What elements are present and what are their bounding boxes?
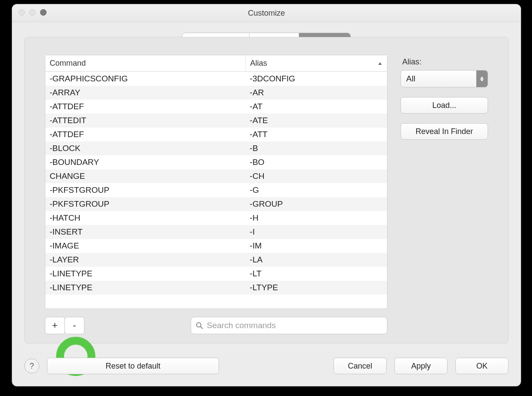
cell-alias: -H (246, 211, 387, 225)
add-alias-button[interactable]: + (45, 317, 65, 334)
table-row[interactable]: -ARRAY-AR (45, 86, 387, 100)
alias-filter-select[interactable]: All (401, 70, 488, 87)
cell-alias: -3DCONFIG (246, 72, 387, 86)
reveal-button[interactable]: Reveal In Finder (401, 123, 488, 140)
table-header: Command Alias (45, 55, 387, 72)
cell-command: -GRAPHICSCONFIG (45, 72, 246, 86)
cell-command: -BOUNDARY (45, 155, 246, 169)
customize-window: Customize Commands Menus Aliases Command (12, 4, 521, 386)
cell-alias: -GROUP (246, 197, 387, 211)
cell-command: -ATTDEF (45, 128, 246, 141)
cell-command: -PKFSTGROUP (45, 197, 246, 211)
cell-command: -INSERT (45, 225, 246, 239)
table-row[interactable]: -ATTDEF-AT (45, 100, 387, 114)
column-header-alias-label: Alias (250, 59, 267, 68)
table-row[interactable]: -BOUNDARY-BO (45, 155, 387, 169)
alias-table: Command Alias -GRAPHICSCONFIG-3DCONFIG-A… (45, 55, 387, 309)
cell-alias: -LT (246, 267, 387, 281)
table-row[interactable]: -PKFSTGROUP-G (45, 183, 387, 197)
cell-command: CHANGE (45, 169, 246, 183)
select-stepper-icon (476, 70, 488, 87)
cell-alias: -I (246, 225, 387, 239)
remove-alias-button[interactable]: - (64, 317, 84, 334)
window-close-button[interactable] (18, 9, 25, 16)
footer: ? Reset to default Cancel Apply OK (24, 356, 508, 376)
table-row[interactable]: -HATCH-H (45, 211, 387, 225)
table-row[interactable]: -ATTEDIT-ATE (45, 114, 387, 128)
table-tools: + - (45, 317, 387, 334)
column-header-alias[interactable]: Alias (246, 55, 387, 71)
ok-button[interactable]: OK (455, 358, 508, 374)
help-button[interactable]: ? (24, 359, 39, 373)
reset-to-default-button[interactable]: Reset to default (47, 358, 219, 374)
cell-command: -PKFSTGROUP (45, 183, 246, 197)
apply-button[interactable]: Apply (394, 358, 448, 374)
cell-alias: -IM (246, 239, 387, 253)
cell-alias: -AT (246, 100, 387, 114)
table-row[interactable]: -PKFSTGROUP-GROUP (45, 197, 387, 211)
table-row[interactable]: -IMAGE-IM (45, 239, 387, 253)
titlebar: Customize (12, 4, 521, 22)
cell-alias: -ATE (246, 114, 387, 128)
table-row[interactable]: CHANGE-CH (45, 169, 387, 183)
alias-filter-value: All (406, 74, 415, 84)
cell-command: -HATCH (45, 211, 246, 225)
cell-alias: -G (246, 183, 387, 197)
content-pane: Command Alias -GRAPHICSCONFIG-3DCONFIG-A… (24, 37, 508, 343)
cell-command: -BLOCK (45, 141, 246, 155)
cell-command: -LINETYPE (45, 281, 246, 295)
search-input[interactable] (206, 320, 383, 331)
cell-alias: -CH (246, 169, 387, 183)
table-row[interactable]: -BLOCK-B (45, 141, 387, 155)
table-row[interactable]: -INSERT-I (45, 225, 387, 239)
window-title: Customize (248, 9, 285, 18)
add-remove-group: + - (45, 317, 84, 334)
search-icon (195, 322, 203, 329)
cell-command: -IMAGE (45, 239, 246, 253)
cell-command: -ARRAY (45, 86, 246, 100)
alias-filter-label: Alias: (402, 57, 488, 67)
cell-alias: -AR (246, 86, 387, 100)
table-row[interactable]: -LAYER-LA (45, 253, 387, 267)
cell-alias: -BO (246, 155, 387, 169)
load-button[interactable]: Load... (401, 97, 488, 114)
sort-asc-icon (377, 60, 383, 67)
side-panel: Alias: All Load... Reveal In Finder (395, 37, 508, 343)
cell-command: -ATTDEF (45, 100, 246, 114)
cell-alias: -B (246, 141, 387, 155)
table-row[interactable]: -LINETYPE-LTYPE (45, 281, 387, 295)
cell-alias: -LTYPE (246, 281, 387, 295)
cancel-button[interactable]: Cancel (333, 358, 387, 374)
window-controls (18, 9, 47, 16)
cell-alias: -ATT (246, 128, 387, 141)
search-commands-field[interactable] (191, 317, 387, 334)
cell-alias: -LA (246, 253, 387, 267)
column-header-command[interactable]: Command (45, 55, 246, 71)
cell-command: -LAYER (45, 253, 246, 267)
svg-line-1 (201, 327, 203, 329)
table-row[interactable]: -GRAPHICSCONFIG-3DCONFIG (45, 72, 387, 86)
cell-command: -ATTEDIT (45, 114, 246, 128)
table-row[interactable]: -ATTDEF-ATT (45, 128, 387, 141)
table-body[interactable]: -GRAPHICSCONFIG-3DCONFIG-ARRAY-AR-ATTDEF… (45, 72, 387, 309)
window-minimize-button[interactable] (29, 9, 36, 16)
window-zoom-button[interactable] (40, 9, 47, 16)
table-row[interactable]: -LINETYPE-LT (45, 267, 387, 281)
cell-command: -LINETYPE (45, 267, 246, 281)
